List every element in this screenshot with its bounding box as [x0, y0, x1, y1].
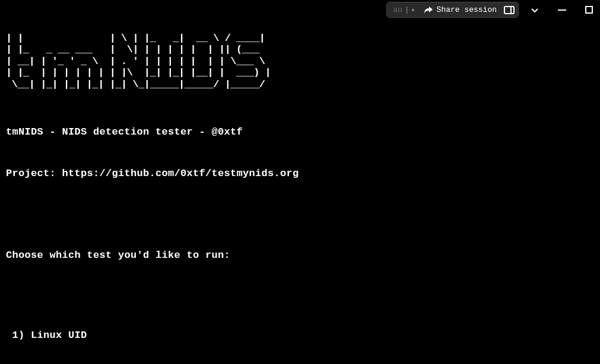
share-session-button[interactable]: Share session — [421, 4, 499, 15]
project-line: Project: https://github.com/0xtf/testmyn… — [6, 167, 594, 180]
share-session-group: au | Share session — [386, 2, 519, 18]
title-line: tmNIDS - NIDS detection tester - @0xtf — [6, 125, 594, 139]
menu-item-1: 1) Linux UID — [6, 328, 594, 342]
menu-list: 1) Linux UID 2) HTTP Basic Authenticatio… — [6, 301, 594, 364]
minimize-button[interactable] — [558, 9, 566, 11]
dot-icon — [412, 9, 414, 11]
search-area[interactable]: au | — [391, 5, 416, 14]
prompt-intro: Choose which test you'd like to run: — [6, 248, 594, 262]
window-controls — [531, 6, 593, 14]
search-placeholder: au — [393, 5, 402, 14]
share-arrow-icon — [424, 6, 433, 14]
maximize-button[interactable] — [585, 6, 593, 14]
panel-toggle-icon[interactable] — [504, 6, 515, 14]
share-label: Share session — [437, 5, 497, 14]
window-toolbar: au | Share session — [386, 2, 593, 18]
terminal-output[interactable]: | | | \ | |_ _| __ \ / ____| | |_ _ __ _… — [0, 0, 600, 364]
chevron-down-icon[interactable] — [531, 6, 539, 14]
ascii-art-banner: | | | \ | |_ _| __ \ / ____| | |_ _ __ _… — [6, 33, 594, 91]
